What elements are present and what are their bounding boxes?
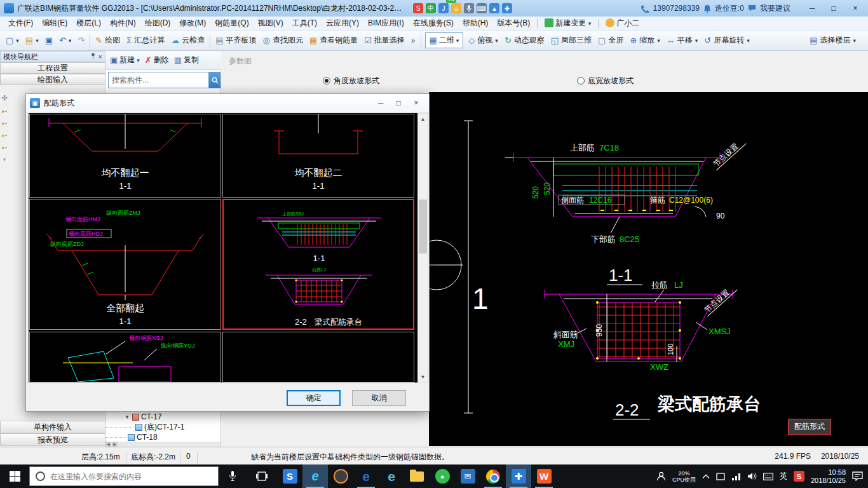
tray-expand-icon[interactable]: [702, 474, 710, 479]
task-view-button[interactable]: [249, 464, 275, 488]
dialog-titlebar[interactable]: ▣ 配筋形式 ─ □ ×: [26, 94, 429, 112]
form-option-4-selected[interactable]: 上部筋SBJ: [222, 199, 414, 330]
app-sogou-browser[interactable]: S: [277, 464, 302, 488]
tree-collapse-icon[interactable]: ▾: [124, 414, 130, 420]
bell-icon[interactable]: [703, 4, 711, 13]
touch-keyboard-icon[interactable]: [763, 473, 773, 480]
mic-icon[interactable]: [464, 3, 474, 13]
dialog-close-button[interactable]: ×: [407, 96, 425, 110]
tree-node-icon[interactable]: ▾: [3, 156, 6, 163]
zoom-button[interactable]: ⊕缩放▾: [627, 32, 663, 49]
window-tray-icon[interactable]: [716, 473, 725, 480]
find-element-button[interactable]: ◎查找图元: [260, 32, 306, 49]
scroll-up-icon[interactable]: ▲: [418, 114, 428, 124]
ime-language-indicator[interactable]: 英: [780, 471, 787, 482]
radio-angle-slope[interactable]: 角度放坡形式: [323, 76, 379, 86]
menu-draw[interactable]: 绘图(D): [140, 16, 175, 30]
tree-node-icon[interactable]: ▸▪: [2, 120, 7, 126]
menu-view[interactable]: 视图(V): [254, 16, 288, 30]
radio-width-slope[interactable]: 底宽放坡形式: [577, 76, 634, 86]
tree-item-ct17[interactable]: ▾ CT-17: [105, 412, 220, 422]
tree-item-ct17-1[interactable]: (底)CT-17-1: [105, 422, 220, 432]
emoji-icon[interactable]: ☺: [451, 3, 461, 13]
save-button[interactable]: ▣: [42, 33, 56, 48]
tree-node-icon[interactable]: ▸▪: [2, 132, 7, 139]
view-rebar-button[interactable]: ▦查看钢筋量: [306, 32, 361, 49]
form-option-5[interactable]: 横向钢筋XGJ 纵向钢筋YGJ: [29, 332, 221, 383]
select-floor-button[interactable]: ▤选择楼层▾: [806, 32, 859, 49]
pin-icon[interactable]: [90, 53, 96, 58]
align-slab-button[interactable]: ▤平齐板顶: [212, 32, 259, 49]
gallery-scrollbar[interactable]: ▲ ▼: [417, 113, 428, 383]
sidebar-item-report-preview[interactable]: 报表预览: [0, 433, 105, 446]
punctuation-icon[interactable]: J: [438, 3, 449, 13]
ok-button[interactable]: 确定: [287, 390, 341, 406]
skin-icon[interactable]: ▲: [489, 3, 499, 13]
pan-button[interactable]: ↔平移▾: [663, 32, 702, 49]
menu-component[interactable]: 构件(N): [105, 16, 140, 30]
cancel-button[interactable]: 取消: [352, 390, 406, 406]
taskbar-mic-icon[interactable]: [224, 464, 241, 488]
open-file-button[interactable]: ▤▾: [22, 33, 42, 48]
top-view-button[interactable]: ◇俯视▾: [465, 32, 501, 49]
window-close-button[interactable]: ×: [846, 2, 864, 15]
menu-assistant[interactable]: 广小二: [601, 16, 644, 30]
pan-mini-icon[interactable]: ✣: [1, 94, 7, 102]
sidebar-item-project-settings[interactable]: 工程设置: [0, 62, 105, 74]
delete-component-button[interactable]: ✗删除: [143, 52, 171, 68]
cpu-meter[interactable]: 20% CPU使用: [672, 470, 696, 483]
menu-tools[interactable]: 工具(T): [288, 16, 322, 30]
menu-help[interactable]: 帮助(H): [458, 16, 493, 30]
form-option-1[interactable]: 均不翻起一 1-1: [29, 114, 221, 198]
menu-edit[interactable]: 编辑(E): [37, 16, 72, 30]
menu-new-change[interactable]: 新建变更 ▾: [540, 16, 595, 30]
form-option-6[interactable]: [222, 332, 414, 383]
cloud-check-button[interactable]: ☁云检查: [168, 32, 208, 49]
sidebar-item-draw-input[interactable]: 绘图输入: [0, 74, 105, 85]
app-internet-explorer[interactable]: e: [302, 464, 328, 488]
taskbar-clock[interactable]: 10:58 2018/10/25: [811, 468, 846, 485]
suggest-link[interactable]: 我要建议: [760, 3, 790, 14]
view-mode-dropdown[interactable]: ▦二维▾: [425, 32, 464, 48]
zaojiadou-label[interactable]: 造价豆:0: [715, 3, 744, 14]
component-search-input[interactable]: [112, 76, 205, 85]
tree-node-icon[interactable]: ▸▪: [2, 144, 7, 151]
form-option-2[interactable]: 均不翻起二 1-1: [222, 114, 414, 198]
batch-select-button[interactable]: ☑批量选择: [361, 32, 408, 49]
menu-floor[interactable]: 楼层(L): [72, 16, 105, 30]
chat-icon[interactable]: [748, 4, 756, 12]
app-edge-beta[interactable]: e: [379, 464, 404, 488]
chinese-mode-icon[interactable]: 中: [426, 3, 436, 13]
taskbar-search-input[interactable]: [50, 472, 212, 481]
network-icon[interactable]: [731, 473, 741, 480]
start-button[interactable]: [0, 464, 29, 488]
rebar-form-button[interactable]: 配筋形式: [788, 419, 831, 435]
redo-button[interactable]: ↷: [74, 33, 88, 48]
sogou-tray-icon[interactable]: S: [794, 471, 804, 482]
orbit-button[interactable]: ↻动态观察: [501, 32, 548, 49]
local-3d-button[interactable]: ◱局部三维: [548, 32, 595, 49]
dialog-minimize-button[interactable]: ─: [372, 96, 390, 110]
menu-rebar[interactable]: 钢筋量(Q): [210, 16, 253, 30]
menu-version[interactable]: 版本号(B): [492, 16, 534, 30]
soft-keyboard-icon[interactable]: ⌨: [477, 3, 487, 13]
app-green-circle[interactable]: ●: [430, 464, 455, 488]
toolbar-overflow-icon[interactable]: »: [408, 33, 419, 48]
menu-modify[interactable]: 修改(M): [175, 16, 210, 30]
scroll-thumb[interactable]: [419, 200, 427, 254]
copy-component-button[interactable]: ▥复制: [172, 52, 201, 68]
draw-button[interactable]: ✎绘图: [92, 32, 123, 49]
scroll-down-icon[interactable]: ▼: [418, 372, 428, 382]
app-file-explorer[interactable]: [404, 464, 430, 488]
app-chrome[interactable]: [480, 464, 506, 488]
tree-item-ct18[interactable]: CT-18: [105, 432, 220, 442]
app-settings-tool[interactable]: [328, 464, 353, 488]
app-wps[interactable]: W: [531, 464, 557, 488]
menu-cloud[interactable]: 云应用(Y): [322, 16, 363, 30]
window-minimize-button[interactable]: ─: [803, 2, 821, 15]
component-search-box[interactable]: [108, 72, 209, 88]
component-search-button[interactable]: [209, 72, 220, 88]
sogou-logo-icon[interactable]: S: [413, 3, 423, 13]
taskbar-search[interactable]: [29, 466, 219, 486]
dialog-maximize-button[interactable]: □: [390, 96, 407, 110]
